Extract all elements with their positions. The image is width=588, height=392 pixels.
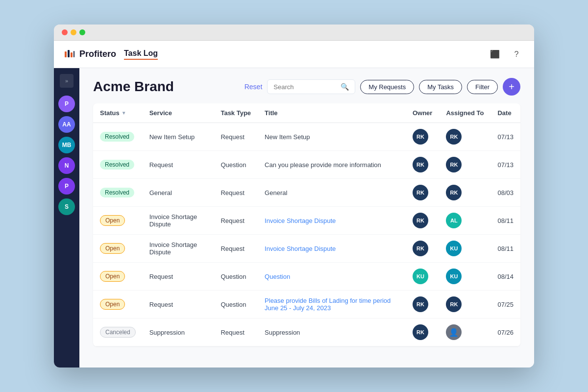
table-row[interactable]: ResolvedNew Item SetupRequestNew Item Se… (93, 123, 520, 151)
cell-date: 08/11 (490, 235, 520, 263)
cell-assigned-to: RK (439, 291, 490, 318)
filter-button[interactable]: Filter (467, 80, 498, 94)
header-actions: Reset 🔍 My Requests My Tasks Filter + (245, 78, 520, 96)
search-input[interactable] (273, 83, 337, 91)
cell-owner: RK (406, 179, 439, 207)
search-icon[interactable]: 🔍 (341, 83, 349, 91)
content-header: Acme Brand Reset 🔍 My Requests My Tasks … (79, 68, 534, 103)
owner-avatar: RK (413, 324, 428, 340)
page-title: Task Log (124, 49, 158, 60)
screen-share-icon[interactable]: ⬛ (487, 47, 503, 62)
cell-service: Request (143, 291, 214, 318)
table-row[interactable]: OpenInvoice Shortage DisputeRequestInvoi… (93, 235, 520, 263)
cell-date: 08/11 (490, 207, 520, 235)
logo-area: Profitero (64, 49, 116, 60)
cell-service: Invoice Shortage Dispute (143, 235, 214, 263)
col-service: Service (143, 103, 214, 123)
cell-assigned-to: 👤 (439, 318, 490, 346)
svg-rect-0 (65, 51, 67, 57)
avatar-p[interactable]: P (58, 96, 75, 112)
cell-service: Request (143, 151, 214, 179)
svg-rect-1 (68, 50, 70, 57)
cell-status: Resolved (93, 179, 143, 207)
my-requests-button[interactable]: My Requests (360, 80, 414, 94)
cell-task-type: Request (214, 207, 258, 235)
cell-task-type: Question (214, 291, 258, 318)
content-area: Acme Brand Reset 🔍 My Requests My Tasks … (79, 68, 534, 368)
cell-assigned-to: RK (439, 123, 490, 151)
cell-title: Please provide Bills of Lading for time … (258, 291, 406, 318)
table-header-row: Status ▼ Service Task Type Title Owner A… (93, 103, 520, 123)
owner-avatar: RK (413, 296, 428, 312)
add-button[interactable]: + (503, 78, 520, 96)
cell-title: Suppression (258, 318, 406, 346)
avatar-n[interactable]: N (58, 157, 75, 174)
cell-status: Open (93, 263, 143, 291)
cell-assigned-to: AL (439, 207, 490, 235)
help-icon[interactable]: ? (509, 47, 524, 62)
status-badge: Open (100, 215, 125, 226)
avatar-p2[interactable]: P (58, 178, 75, 195)
sidebar: » P AA MB N P S (54, 68, 79, 368)
task-table: Status ▼ Service Task Type Title Owner A… (93, 103, 520, 346)
reset-button[interactable]: Reset (245, 83, 263, 91)
cell-status: Resolved (93, 123, 143, 151)
avatar-aa[interactable]: AA (58, 116, 75, 133)
table-row[interactable]: ResolvedRequestQuestionCan you please pr… (93, 151, 520, 179)
table-row[interactable]: CanceledSuppressionRequestSuppressionRK👤… (93, 318, 520, 346)
my-tasks-button[interactable]: My Tasks (419, 80, 462, 94)
close-button[interactable] (62, 29, 68, 35)
sort-arrow-status[interactable]: ▼ (122, 110, 126, 116)
status-badge: Resolved (100, 132, 134, 142)
cell-owner: RK (406, 235, 439, 263)
avatar-mb[interactable]: MB (58, 137, 75, 153)
assigned-avatar: KU (446, 269, 462, 284)
cell-service: New Item Setup (143, 123, 214, 151)
maximize-button[interactable] (79, 29, 85, 35)
cell-owner: RK (406, 291, 439, 318)
table-row[interactable]: ResolvedGeneralRequestGeneralRKRK08/03 (93, 179, 520, 207)
assigned-avatar: RK (446, 296, 462, 312)
main-layout: » P AA MB N P S Acme Brand Reset (54, 68, 534, 368)
cell-title: Invoice Shortage Dispute (258, 235, 406, 263)
status-badge: Canceled (100, 327, 136, 338)
cell-task-type: Request (214, 179, 258, 207)
top-bar-right: ⬛ ? (487, 47, 524, 62)
svg-rect-2 (71, 52, 73, 57)
cell-service: Invoice Shortage Dispute (143, 207, 214, 235)
cell-date: 08/03 (490, 179, 520, 207)
traffic-lights (62, 29, 85, 35)
cell-task-type: Request (214, 235, 258, 263)
cell-owner: RK (406, 207, 439, 235)
table-row[interactable]: OpenInvoice Shortage DisputeRequestInvoi… (93, 207, 520, 235)
status-badge: Open (100, 243, 125, 254)
table-row[interactable]: OpenRequestQuestionPlease provide Bills … (93, 291, 520, 318)
cell-owner: RK (406, 318, 439, 346)
col-date: Date (490, 103, 520, 123)
cell-task-type: Request (214, 123, 258, 151)
plus-icon: + (509, 82, 514, 92)
assigned-person-icon: 👤 (446, 324, 462, 340)
cell-task-type: Question (214, 263, 258, 291)
owner-avatar: KU (413, 269, 428, 284)
cell-date: 07/13 (490, 151, 520, 179)
avatar-s[interactable]: S (58, 198, 75, 215)
status-badge: Open (100, 271, 125, 282)
table-container: Status ▼ Service Task Type Title Owner A… (79, 103, 534, 368)
cell-assigned-to: KU (439, 263, 490, 291)
owner-avatar: RK (413, 185, 428, 200)
minimize-button[interactable] (71, 29, 76, 35)
col-status: Status ▼ (93, 103, 143, 123)
brand-title: Acme Brand (93, 79, 174, 95)
svg-rect-3 (74, 51, 74, 57)
table-row[interactable]: OpenRequestQuestionQuestionKUKU08/14 (93, 263, 520, 291)
cell-service: Request (143, 263, 214, 291)
cell-owner: KU (406, 263, 439, 291)
sidebar-expand-button[interactable]: » (60, 74, 74, 88)
cell-status: Open (93, 235, 143, 263)
cell-status: Open (93, 207, 143, 235)
cell-date: 08/14 (490, 263, 520, 291)
cell-owner: RK (406, 123, 439, 151)
assigned-avatar: RK (446, 157, 462, 172)
cell-title: General (258, 179, 406, 207)
